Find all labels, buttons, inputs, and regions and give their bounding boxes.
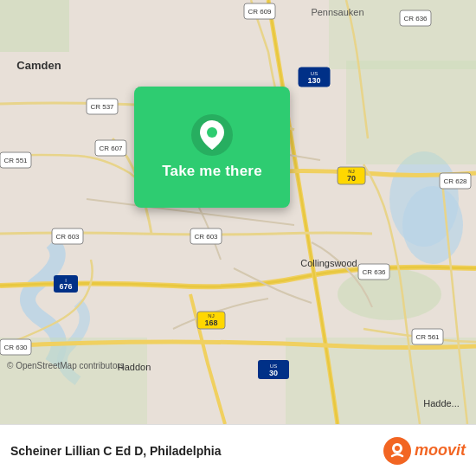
- svg-text:168: 168: [204, 318, 217, 327]
- svg-text:CR 603: CR 603: [194, 233, 218, 241]
- svg-text:Hadde...: Hadde...: [423, 398, 460, 408]
- svg-text:CR 609: CR 609: [248, 8, 272, 16]
- svg-point-2: [402, 186, 463, 264]
- location-card[interactable]: Take me there: [134, 87, 290, 208]
- svg-point-51: [207, 127, 217, 138]
- place-name: Scheiner Lillian C Ed D, Philadelphia: [10, 444, 222, 458]
- pin-icon: [200, 120, 224, 150]
- svg-text:CR 607: CR 607: [99, 145, 123, 152]
- svg-text:Camden: Camden: [16, 59, 61, 72]
- svg-text:676: 676: [59, 282, 72, 291]
- svg-text:130: 130: [307, 76, 320, 85]
- svg-rect-3: [0, 0, 69, 52]
- svg-rect-8: [286, 338, 476, 424]
- map-container: CR 609 CR 537 US 130 NJ 70 CR 607 CR 551…: [0, 0, 476, 424]
- svg-text:CR 636: CR 636: [362, 268, 386, 276]
- bottom-bar: Scheiner Lillian C Ed D, Philadelphia mo…: [0, 424, 476, 476]
- svg-text:CR 636: CR 636: [403, 15, 428, 23]
- svg-text:30: 30: [269, 369, 278, 377]
- osm-credit: © OpenStreetMap contributors: [7, 361, 125, 370]
- svg-text:CR 561: CR 561: [415, 333, 440, 341]
- svg-text:Collingswood: Collingswood: [300, 258, 357, 268]
- svg-text:CR 551: CR 551: [3, 157, 28, 164]
- moovit-brand-text: moovit: [415, 441, 466, 460]
- moovit-logo: moovit: [383, 437, 466, 465]
- svg-text:CR 630: CR 630: [3, 344, 28, 351]
- svg-text:CR 603: CR 603: [55, 233, 80, 241]
- map-pin-wrapper: [191, 114, 233, 156]
- svg-text:CR 537: CR 537: [90, 103, 114, 111]
- svg-text:70: 70: [347, 174, 356, 183]
- svg-point-54: [395, 446, 400, 451]
- svg-text:Pennsauken: Pennsauken: [311, 7, 363, 17]
- svg-text:CR 628: CR 628: [443, 177, 467, 185]
- take-me-there-button[interactable]: Take me there: [162, 163, 262, 180]
- moovit-logo-icon: [383, 437, 411, 465]
